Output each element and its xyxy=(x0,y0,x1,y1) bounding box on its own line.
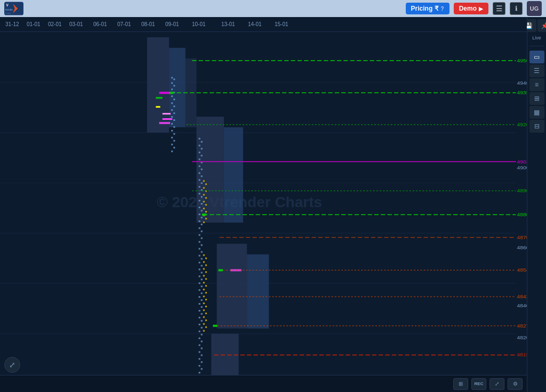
svg-rect-107 xyxy=(201,361,203,363)
profile-icon[interactable]: ⊟ xyxy=(529,120,544,133)
svg-rect-149 xyxy=(205,218,207,219)
svg-rect-103 xyxy=(201,347,203,349)
svg-text:Charts: Charts xyxy=(5,12,11,14)
time-label-3: 03-01 xyxy=(69,21,83,27)
chart-area[interactable]: 31-12 01-01 02-01 03-01 06-01 07-01 08-0… xyxy=(0,17,527,392)
svg-rect-164 xyxy=(219,269,223,271)
svg-rect-117 xyxy=(203,261,205,263)
svg-text:49400: 49400 xyxy=(517,80,527,86)
svg-rect-187 xyxy=(156,97,162,99)
rec-button[interactable]: REC xyxy=(471,378,486,390)
svg-rect-17 xyxy=(247,255,269,329)
svg-rect-150 xyxy=(203,222,205,223)
svg-rect-146 xyxy=(203,208,205,209)
svg-rect-78 xyxy=(199,262,200,263)
candlestick-icon[interactable]: ▭ xyxy=(529,51,544,63)
svg-rect-121 xyxy=(203,275,205,276)
main-layout: 31-12 01-01 02-01 03-01 06-01 07-01 08-0… xyxy=(0,17,546,392)
svg-rect-38 xyxy=(173,140,175,142)
svg-rect-30 xyxy=(173,112,175,114)
navbar: V trender Charts Pricing ₹ ? Demo ▶ ☰ ℹ … xyxy=(0,0,546,17)
svg-rect-116 xyxy=(205,257,207,259)
svg-rect-132 xyxy=(205,313,207,314)
svg-rect-40 xyxy=(173,147,175,149)
svg-rect-93 xyxy=(201,313,203,315)
svg-rect-25 xyxy=(171,95,173,97)
svg-rect-35 xyxy=(171,130,173,132)
svg-rect-68 xyxy=(199,227,200,229)
grid-chart-icon[interactable]: ⊞ xyxy=(529,92,544,105)
info-icon[interactable]: ℹ xyxy=(510,2,523,15)
logo-icon: V trender Charts xyxy=(4,1,23,16)
svg-rect-88 xyxy=(199,296,200,298)
svg-rect-102 xyxy=(199,345,200,346)
pricing-label: Pricing ₹ xyxy=(411,5,439,12)
time-label-0: 31-12 xyxy=(5,21,19,27)
grid-button[interactable]: ⊞ xyxy=(453,378,468,390)
svg-rect-66 xyxy=(199,220,200,222)
time-label-11: 15-01 xyxy=(275,21,288,27)
svg-rect-167 xyxy=(213,325,217,327)
heatmap-icon[interactable]: ▦ xyxy=(529,106,544,119)
svg-rect-19 xyxy=(171,77,173,79)
svg-rect-26 xyxy=(173,99,175,100)
svg-text:49203.00: 49203.00 xyxy=(517,121,527,127)
svg-rect-160 xyxy=(202,214,206,216)
svg-text:49356.00: 49356.00 xyxy=(517,89,527,95)
fullscreen-button[interactable]: ⤢ xyxy=(489,378,504,390)
svg-rect-16 xyxy=(217,244,247,329)
time-label-2: 02-01 xyxy=(48,21,62,27)
pricing-question: ? xyxy=(441,6,444,12)
svg-rect-28 xyxy=(173,105,175,107)
svg-rect-36 xyxy=(173,133,175,135)
svg-rect-63 xyxy=(201,210,203,211)
expand-button[interactable]: ⤢ xyxy=(4,357,20,373)
svg-rect-84 xyxy=(199,282,200,284)
svg-rect-70 xyxy=(199,234,200,236)
svg-rect-46 xyxy=(199,152,200,153)
live-label: Live xyxy=(532,35,541,40)
bar-chart-icon[interactable]: ≡ xyxy=(529,78,544,91)
line-chart-icon[interactable]: ☰ xyxy=(529,64,544,77)
svg-rect-139 xyxy=(205,183,207,185)
svg-rect-98 xyxy=(199,331,200,332)
right-sidebar: 💾 📌 Live ▭ ☰ ≡ ⊞ ▦ ⊟ xyxy=(527,17,546,392)
svg-rect-37 xyxy=(171,137,173,138)
svg-rect-140 xyxy=(203,187,205,189)
svg-text:48546.00: 48546.00 xyxy=(517,267,527,273)
sidebar-divider-1 xyxy=(529,46,544,46)
svg-rect-76 xyxy=(199,255,200,257)
svg-rect-99 xyxy=(201,334,203,336)
menu-icon[interactable]: ☰ xyxy=(493,2,505,15)
svg-rect-83 xyxy=(201,279,203,280)
svg-rect-100 xyxy=(199,338,200,339)
time-label-4: 06-01 xyxy=(93,21,107,27)
demo-button[interactable]: Demo ▶ xyxy=(454,3,488,14)
svg-rect-29 xyxy=(171,109,173,111)
pricing-button[interactable]: Pricing ₹ ? xyxy=(406,3,449,14)
svg-rect-72 xyxy=(199,241,200,243)
svg-rect-50 xyxy=(199,166,200,167)
svg-rect-41 xyxy=(171,151,173,152)
svg-rect-33 xyxy=(171,123,173,125)
svg-rect-101 xyxy=(201,341,203,342)
svg-rect-79 xyxy=(201,265,203,266)
svg-rect-59 xyxy=(201,196,203,198)
svg-rect-31 xyxy=(171,116,173,118)
svg-rect-137 xyxy=(203,330,205,332)
svg-rect-48 xyxy=(199,159,200,160)
svg-rect-131 xyxy=(203,309,205,311)
settings-button[interactable]: ⚙ xyxy=(508,378,523,390)
svg-text:48906.00: 48906.00 xyxy=(517,187,527,193)
svg-rect-128 xyxy=(205,299,207,300)
pin-icon[interactable]: 📌 xyxy=(537,19,547,32)
svg-rect-20 xyxy=(173,78,175,80)
svg-text:49031.20: 49031.20 xyxy=(517,159,527,165)
user-avatar[interactable]: UG xyxy=(527,1,542,16)
svg-rect-91 xyxy=(201,306,203,308)
svg-rect-85 xyxy=(201,285,203,287)
svg-rect-86 xyxy=(199,289,200,291)
svg-rect-43 xyxy=(201,141,203,143)
svg-text:48429.00: 48429.00 xyxy=(517,293,527,299)
svg-rect-145 xyxy=(205,204,207,206)
